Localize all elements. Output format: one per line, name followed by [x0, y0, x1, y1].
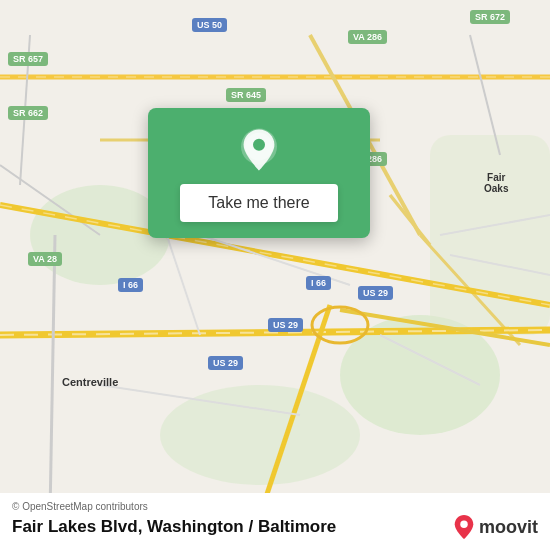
badge-i66a: I 66	[118, 278, 143, 292]
moovit-brand-text: moovit	[479, 517, 538, 538]
map-container: US 50 VA 286 SR 672 SR 657 SR 645 SR 662…	[0, 0, 550, 550]
badge-i66b: I 66	[306, 276, 331, 290]
badge-va286a: VA 286	[348, 30, 387, 44]
location-name: Fair Lakes Blvd, Washington / Baltimore	[12, 517, 336, 537]
badge-sr662: SR 662	[8, 106, 48, 120]
location-title-bar: Fair Lakes Blvd, Washington / Baltimore …	[12, 514, 538, 540]
moovit-logo: moovit	[453, 514, 538, 540]
badge-va28: VA 28	[28, 252, 62, 266]
map-attribution: © OpenStreetMap contributors	[12, 501, 538, 512]
badge-sr657: SR 657	[8, 52, 48, 66]
city-label-fair-oaks: FairOaks	[484, 172, 508, 194]
take-me-there-button[interactable]: Take me there	[180, 184, 337, 222]
svg-point-3	[160, 385, 360, 485]
badge-us50: US 50	[192, 18, 227, 32]
badge-us29b: US 29	[268, 318, 303, 332]
badge-sr645: SR 645	[226, 88, 266, 102]
badge-sr672: SR 672	[470, 10, 510, 24]
svg-point-30	[253, 139, 265, 151]
location-card: Take me there	[148, 108, 370, 238]
moovit-pin-icon	[453, 514, 475, 540]
badge-us29c: US 29	[208, 356, 243, 370]
badge-us29a: US 29	[358, 286, 393, 300]
svg-rect-4	[430, 135, 550, 335]
bottom-bar: © OpenStreetMap contributors Fair Lakes …	[0, 493, 550, 550]
location-pin-icon	[235, 126, 283, 174]
svg-point-31	[460, 521, 467, 528]
city-label-centreville: Centreville	[62, 376, 118, 388]
map-roads	[0, 0, 550, 550]
